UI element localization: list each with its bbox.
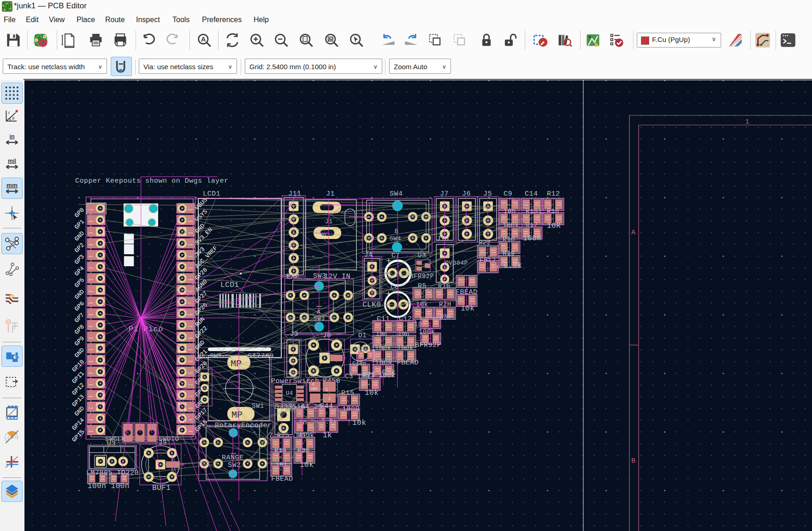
svg-text:10R: 10R [547,222,561,230]
svg-text:10k: 10k [461,304,474,313]
svg-text:BFR92P: BFR92P [415,341,441,349]
svg-text:R19: R19 [503,250,515,257]
svg-text:J4: J4 [364,251,373,258]
svg-text:C9: C9 [504,190,512,198]
svg-text:10k: 10k [352,419,366,427]
svg-text:100R FBEAD: 100R FBEAD [375,359,419,367]
svg-text:D1: D1 [358,332,367,339]
svg-text:θ: θ [12,116,14,121]
svg-text:FBEAD: FBEAD [271,475,293,483]
svg-text:A: A [201,36,206,43]
svg-text:INP: INP [295,432,308,439]
svg-text:C14: C14 [525,190,538,198]
svg-text:J5: J5 [483,190,492,198]
svg-text:1: 1 [745,118,750,126]
svg-text:B: B [631,457,636,465]
svg-text:MP: MP [231,410,243,420]
svg-text:A: A [631,229,636,237]
svg-text:R12: R12 [547,190,560,198]
svg-text:in: in [9,133,14,140]
svg-text:r: r [8,110,10,115]
svg-text:LCD1: LCD1 [203,190,220,198]
svg-text:10k: 10k [365,389,379,397]
svg-text:1k: 1k [323,431,332,440]
svg-text:mil: mil [8,158,16,164]
svg-text:DNF: DNF [440,313,452,320]
svg-text:U4: U4 [286,390,293,397]
svg-text:ST7789: ST7789 [248,352,274,360]
svg-text:R10: R10 [503,236,515,243]
svg-text:GND: GND [311,387,318,391]
svg-text:J6: J6 [462,190,471,198]
svg-text:J1: J1 [326,190,335,198]
svg-text:R23 100k: R23 100k [362,372,395,379]
svg-text:LCD1: LCD1 [220,281,239,289]
svg-text:J7: J7 [440,190,449,198]
svg-text:mm: mm [6,182,18,189]
svg-text:SW4: SW4 [390,190,403,198]
svg-text:100R: 100R [523,234,541,243]
svg-text:12V IN: 12V IN [324,273,350,280]
svg-text:Copper Keepouts shown on Dwgs: Copper Keepouts shown on Dwgs layer [75,177,229,185]
svg-text:7 R25: 7 R25 [269,432,290,439]
svg-text:100n 100n: 100n 100n [88,482,130,490]
